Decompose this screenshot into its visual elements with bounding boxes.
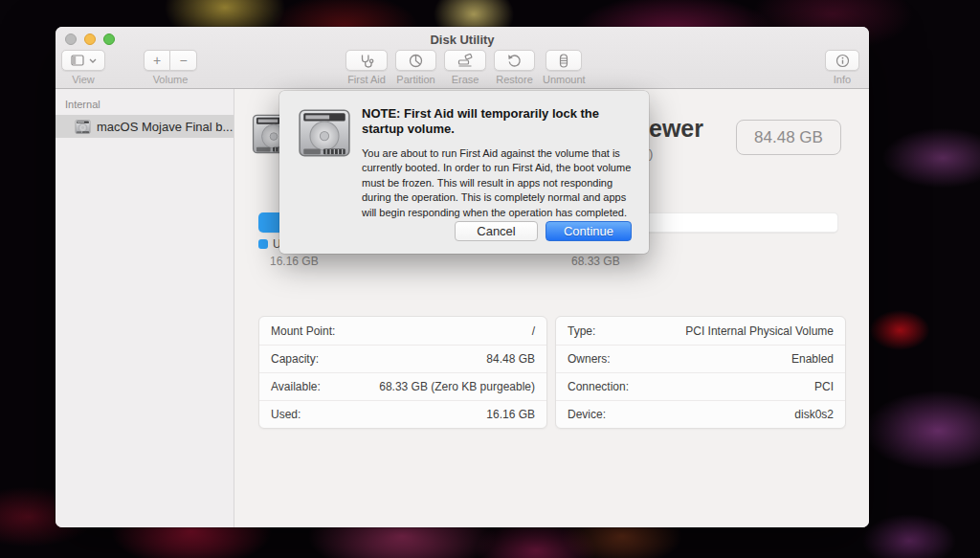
disk-icon bbox=[75, 119, 91, 135]
detail-label: Capacity: bbox=[271, 352, 319, 366]
detail-row-capacity: Capacity: 84.48 GB bbox=[259, 345, 546, 372]
volume-size-badge: 84.48 GB bbox=[736, 120, 841, 155]
details-card-right: Type: PCI Internal Physical Volume Owner… bbox=[555, 316, 846, 429]
view-control: View bbox=[61, 50, 105, 85]
partition-control: Partition bbox=[395, 50, 436, 85]
detail-value: 68.33 GB (Zero KB purgeable) bbox=[379, 380, 535, 393]
detail-value: disk0s2 bbox=[794, 408, 834, 421]
volume-label: Volume bbox=[153, 74, 189, 85]
detail-value: PCI Internal Physical Volume bbox=[685, 324, 834, 338]
used-value: 16.16 GB bbox=[270, 255, 319, 268]
detail-label: Connection: bbox=[568, 380, 629, 393]
info-button[interactable] bbox=[825, 50, 859, 71]
continue-button[interactable]: Continue bbox=[546, 221, 632, 241]
sidebar-section-internal: Internal bbox=[56, 99, 234, 110]
toolbar: Disk Utility View + − bbox=[56, 27, 869, 89]
sidebar: Internal macOS Mojave Final b... bbox=[56, 89, 234, 527]
window-title: Disk Utility bbox=[56, 33, 869, 47]
detail-label: Used: bbox=[271, 408, 301, 421]
desktop: Disk Utility View + − bbox=[0, 0, 980, 558]
details-cards: Mount Point: / Capacity: 84.48 GB Availa… bbox=[258, 316, 846, 429]
restore-icon bbox=[507, 54, 522, 68]
detail-row-available: Available: 68.33 GB (Zero KB purgeable) bbox=[259, 372, 546, 400]
volume-subtitle: ) bbox=[649, 146, 653, 161]
sidebar-item-volume[interactable]: macOS Mojave Final b... bbox=[56, 115, 234, 138]
erase-icon bbox=[457, 54, 473, 67]
detail-value: / bbox=[532, 324, 535, 338]
restore-label: Restore bbox=[496, 74, 533, 85]
cancel-button[interactable]: Cancel bbox=[455, 221, 538, 241]
detail-label: Type: bbox=[568, 324, 595, 338]
detail-row-type: Type: PCI Internal Physical Volume bbox=[556, 317, 845, 345]
restore-button[interactable] bbox=[494, 50, 535, 71]
volume-control: + − Volume bbox=[144, 50, 197, 85]
dialog-title: NOTE: First Aid will temporarily lock th… bbox=[362, 106, 637, 138]
toolbar-actions: First Aid Partition bbox=[345, 50, 586, 85]
restore-control: Restore bbox=[494, 50, 535, 85]
unmount-button[interactable] bbox=[546, 50, 582, 71]
view-label: View bbox=[72, 74, 95, 85]
info-control: Info bbox=[825, 50, 859, 85]
erase-button[interactable] bbox=[444, 50, 486, 71]
detail-value: Enabled bbox=[791, 352, 834, 366]
sidebar-layout-icon bbox=[71, 55, 84, 66]
detail-row-connection: Connection: PCI bbox=[556, 372, 845, 400]
erase-label: Erase bbox=[452, 74, 479, 85]
erase-control: Erase bbox=[444, 50, 486, 85]
info-label: Info bbox=[834, 74, 851, 85]
partition-icon bbox=[409, 54, 423, 68]
detail-row-owners: Owners: Enabled bbox=[556, 345, 845, 372]
detail-label: Available: bbox=[271, 380, 321, 393]
unmount-label: Unmount bbox=[543, 74, 586, 85]
first-aid-icon bbox=[359, 54, 374, 68]
partition-button[interactable] bbox=[395, 50, 436, 71]
first-aid-button[interactable] bbox=[345, 50, 388, 71]
detail-row-mount-point: Mount Point: / bbox=[259, 317, 546, 345]
free-value: 68.33 GB bbox=[571, 255, 620, 268]
detail-row-used: Used: 16.16 GB bbox=[259, 400, 546, 428]
detail-value: PCI bbox=[814, 380, 834, 393]
detail-label: Mount Point: bbox=[271, 324, 335, 338]
detail-label: Owners: bbox=[568, 352, 611, 366]
add-volume-button[interactable]: + bbox=[144, 50, 170, 71]
detail-label: Device: bbox=[568, 408, 606, 421]
chevron-down-icon bbox=[89, 58, 97, 63]
used-legend-dot bbox=[258, 239, 268, 249]
dialog-text: NOTE: First Aid will temporarily lock th… bbox=[362, 106, 637, 221]
detail-row-device: Device: disk0s2 bbox=[556, 400, 845, 428]
unmount-control: Unmount bbox=[543, 50, 586, 85]
info-icon bbox=[835, 54, 850, 68]
partition-label: Partition bbox=[396, 74, 434, 85]
first-aid-label: First Aid bbox=[347, 74, 386, 85]
view-button[interactable] bbox=[61, 50, 105, 71]
sidebar-item-label: macOS Mojave Final b... bbox=[97, 120, 233, 134]
first-aid-control: First Aid bbox=[345, 50, 388, 85]
details-card-left: Mount Point: / Capacity: 84.48 GB Availa… bbox=[258, 316, 547, 429]
first-aid-dialog: NOTE: First Aid will temporarily lock th… bbox=[279, 91, 649, 254]
dialog-body: You are about to run First Aid against t… bbox=[362, 146, 637, 221]
detail-value: 16.16 GB bbox=[486, 408, 535, 421]
detail-value: 84.48 GB bbox=[486, 352, 535, 366]
dialog-disk-icon bbox=[297, 105, 352, 161]
volume-title: ewer bbox=[649, 115, 703, 143]
remove-volume-button[interactable]: − bbox=[170, 50, 197, 71]
unmount-icon bbox=[559, 54, 568, 68]
